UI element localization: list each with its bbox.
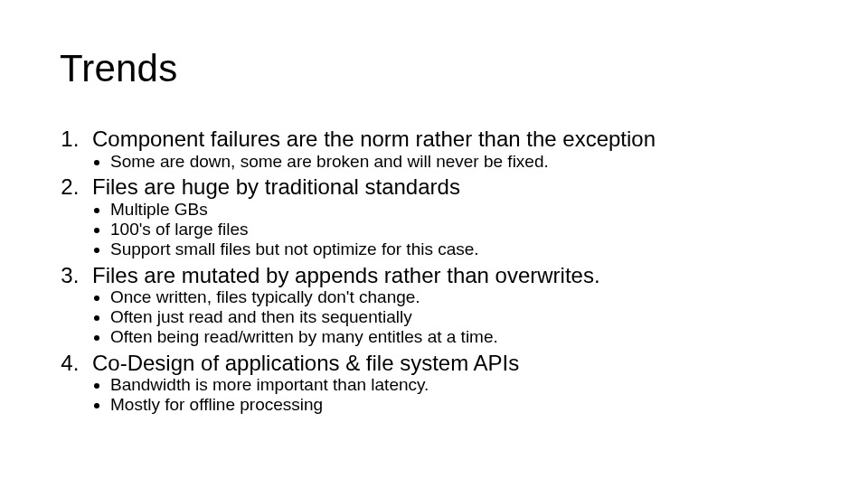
list-item: Files are huge by traditional standards … bbox=[85, 174, 810, 258]
list-item-text: Co-Design of applications & file system … bbox=[92, 351, 519, 375]
sub-list: Multiple GBs 100's of large files Suppor… bbox=[92, 200, 810, 259]
sub-list-item: Bandwidth is more important than latency… bbox=[110, 375, 810, 395]
slide-content: Component failures are the norm rather t… bbox=[60, 127, 810, 418]
sub-list-item: 100's of large files bbox=[110, 220, 810, 239]
sub-list-item: Once written, files typically don't chan… bbox=[110, 287, 810, 307]
slide: Trends Component failures are the norm r… bbox=[0, 0, 868, 488]
sub-list-item: Mostly for offline processing bbox=[110, 395, 810, 415]
list-item: Component failures are the norm rather t… bbox=[85, 127, 810, 171]
sub-list-item: Often just read and then its sequentiall… bbox=[110, 307, 810, 327]
list-item-text: Component failures are the norm rather t… bbox=[92, 127, 656, 151]
sub-list: Once written, files typically don't chan… bbox=[92, 287, 810, 347]
slide-title: Trends bbox=[60, 47, 177, 90]
numbered-list: Component failures are the norm rather t… bbox=[60, 127, 810, 415]
sub-list: Some are down, some are broken and will … bbox=[92, 152, 810, 172]
sub-list-item: Multiple GBs bbox=[110, 200, 810, 220]
list-item: Co-Design of applications & file system … bbox=[85, 351, 810, 415]
list-item-text: Files are huge by traditional standards bbox=[92, 174, 460, 199]
list-item-text: Files are mutated by appends rather than… bbox=[92, 263, 600, 287]
sub-list-item: Often being read/written by many entitle… bbox=[110, 327, 810, 347]
sub-list: Bandwidth is more important than latency… bbox=[92, 375, 810, 415]
sub-list-item: Support small files but not optimize for… bbox=[110, 239, 810, 259]
sub-list-item: Some are down, some are broken and will … bbox=[110, 152, 810, 172]
list-item: Files are mutated by appends rather than… bbox=[85, 263, 810, 347]
